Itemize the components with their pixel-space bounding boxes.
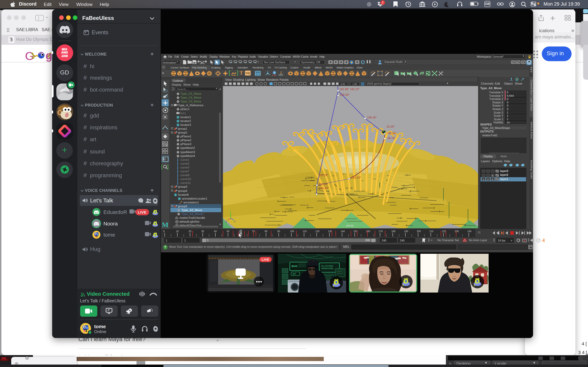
svg-text:-85.56°: -85.56° [387,132,396,135]
svg-text:20: 20 [189,230,191,233]
svg-text:90: 90 [277,230,280,233]
svg-text:238.20°: 238.20° [318,183,328,186]
svg-text:170: 170 [379,230,383,233]
svg-text:0: 0 [163,230,164,233]
svg-text:182.88° 165.23°: 182.88° 165.23° [339,88,359,91]
svg-text:0,0,0: 0,0,0 [278,74,283,76]
svg-text:160: 160 [366,230,370,233]
svg-text:38.78°: 38.78° [387,137,395,140]
svg-text:180: 180 [391,230,395,233]
svg-text:ALL SYSTEMS: ALL SYSTEMS [321,265,333,267]
svg-text:z: z [225,220,227,223]
svg-text:142.03°: 142.03° [351,176,361,179]
svg-text:106.40°: 106.40° [367,116,377,119]
svg-text:230.19°: 230.19° [318,174,328,177]
svg-text:134.59°: 134.59° [340,93,349,96]
svg-text:220.38°: 220.38° [319,187,329,190]
svg-text:INT: INT [293,273,296,275]
svg-text:61.05°: 61.05° [387,125,395,128]
svg-text:persp: persp [346,224,354,227]
svg-text:120: 120 [315,230,319,233]
svg-text:240: 240 [467,230,471,233]
svg-text:10: 10 [176,230,179,233]
svg-text:30: 30 [201,230,204,233]
svg-text:100: 100 [290,230,294,233]
svg-text:x: x [275,74,276,76]
svg-text:BUG: BUG [291,265,297,267]
svg-text:220: 220 [442,230,446,233]
svg-text:y: y [229,209,231,212]
svg-text:200: 200 [416,230,421,233]
svg-text:40: 40 [214,230,217,233]
svg-text:130: 130 [328,230,332,233]
svg-text:OPERATIONAL: OPERATIONAL [321,267,334,269]
svg-text:150: 150 [353,230,357,233]
svg-text:140: 140 [341,230,345,233]
svg-text:x: x [234,220,235,223]
svg-text:210: 210 [429,230,433,233]
svg-text:230: 230 [454,230,459,233]
svg-text:110: 110 [303,230,306,233]
svg-text:80: 80 [264,230,267,233]
svg-text:190: 190 [404,230,408,233]
svg-text:50: 50 [226,230,229,233]
